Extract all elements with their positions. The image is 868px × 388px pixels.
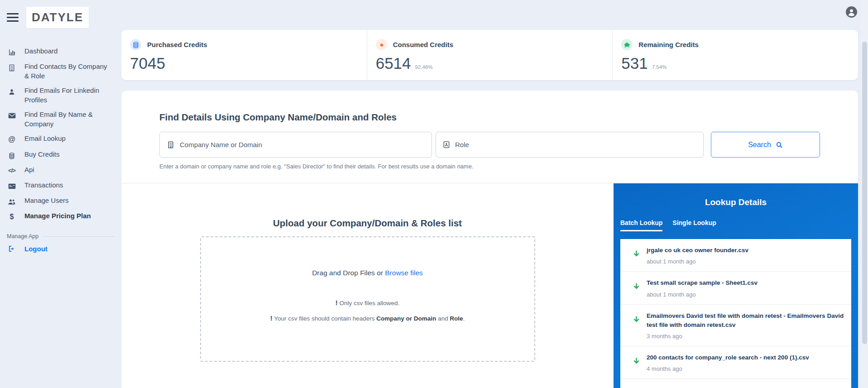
stat-label: Purchased Credits: [147, 41, 207, 48]
sidebar-item-label: Find Email By Name & Company: [24, 110, 108, 129]
stat-percent: 7.54%: [652, 64, 667, 71]
search-icon: [776, 141, 783, 148]
sidebar-nav-item[interactable]: Find Contacts By Company & Role: [7, 59, 121, 83]
file-name: Test small scrape sample - Sheet1.csv: [647, 278, 845, 287]
building-icon: [167, 141, 174, 148]
sidebar-item-label: Buy Credits: [24, 149, 108, 159]
search-helper-text: Enter a domain or company name and role …: [159, 163, 820, 170]
coins-icon: [7, 149, 17, 160]
upload-title: Upload your Company/Domain & Roles list: [121, 217, 614, 230]
tab-single-lookup[interactable]: Single Lookup: [672, 219, 716, 231]
flame-icon: [376, 39, 387, 50]
at-sign-icon: @: [7, 134, 17, 144]
browse-files-link[interactable]: Browse files: [385, 269, 423, 277]
credits-summary-card: Purchased Credits 7045 Consumed Credits …: [121, 30, 858, 80]
dollar-icon: $: [7, 211, 17, 222]
download-icon[interactable]: [626, 278, 647, 297]
stat-value: 7045: [130, 55, 165, 71]
receipt-icon: [7, 180, 17, 191]
section-divider-line: [43, 236, 115, 237]
sidebar-item-label: Email Lookup: [24, 134, 108, 143]
envelope-icon: [7, 110, 17, 120]
stat-label: Consumed Credits: [393, 41, 453, 48]
sidebar-nav-item[interactable]: </> Api: [7, 163, 121, 178]
sidebar: DATYLE Dashboard Find Contacts By Compan…: [0, 0, 121, 388]
sidebar-item-label: Manage Users: [24, 196, 108, 205]
sidebar-item-label: Api: [24, 165, 108, 174]
company-domain-input[interactable]: [180, 141, 424, 148]
user-avatar-icon[interactable]: [846, 6, 857, 18]
page-scrollbar-thumb[interactable]: [862, 42, 867, 344]
sidebar-nav-item[interactable]: $ Manage Pricing Plan: [7, 209, 121, 225]
role-badge-icon: [443, 141, 450, 148]
file-timestamp: 3 months ago: [647, 333, 845, 340]
lookup-file-list: jrgale co uk ceo owner founder.csv about…: [620, 239, 851, 388]
file-name: Emailmovers David test file with domain …: [647, 311, 845, 330]
sidebar-nav-item[interactable]: Transactions: [7, 178, 121, 193]
sidebar-nav-item[interactable]: @ Email Lookup: [7, 131, 121, 147]
download-icon[interactable]: [626, 311, 647, 340]
coins-icon: [130, 39, 141, 50]
lookup-file-row[interactable]: Test small scrape sample - Sheet1.csv ab…: [620, 272, 851, 304]
role-input[interactable]: [455, 141, 696, 148]
download-icon[interactable]: [626, 246, 647, 265]
sidebar-item-label: Dashboard: [24, 46, 108, 56]
file-name: jrgale co uk ceo owner founder.csv: [647, 246, 845, 255]
search-section-title: Find Details Using Company Name/Domain a…: [159, 111, 820, 124]
stat-percent: 92.46%: [415, 64, 433, 71]
sidebar-item-label: Transactions: [24, 180, 108, 190]
dropzone-note-2: ! Your csv files should contain headers …: [201, 314, 534, 322]
stat-consumed-credits: Consumed Credits 6514 92.46%: [367, 30, 613, 80]
bar-chart-icon: [7, 46, 17, 57]
hamburger-menu-icon[interactable]: [7, 11, 20, 24]
company-role-search-section: Find Details Using Company Name/Domain a…: [121, 91, 858, 170]
lookup-file-row[interactable]: 200 contacts for company_role search - n…: [620, 346, 851, 379]
company-domain-field[interactable]: [159, 132, 432, 158]
sidebar-item-label: Manage Pricing Plan: [24, 211, 108, 220]
stat-label: Remaining Credits: [638, 41, 699, 48]
sidebar-nav-item[interactable]: Dashboard: [7, 44, 121, 59]
main-content-card: Find Details Using Company Name/Domain a…: [121, 91, 858, 388]
sidebar-nav-item[interactable]: Manage Users: [7, 193, 121, 209]
app-logo[interactable]: DATYLE: [26, 7, 89, 28]
sidebar-nav-item[interactable]: Find Email By Name & Company: [7, 107, 121, 131]
sidebar-section-label: Manage App: [7, 233, 115, 240]
person-icon: [7, 86, 17, 96]
sidebar-item-label: Find Emails For Linkedin Profiles: [24, 86, 108, 105]
building-icon: [7, 62, 17, 72]
code-icon: </>: [7, 165, 17, 175]
role-field[interactable]: [436, 132, 704, 158]
file-timestamp: about 1 month ago: [647, 258, 845, 265]
stat-purchased-credits: Purchased Credits 7045: [121, 30, 367, 80]
file-name: 200 contacts for company_role search - n…: [647, 353, 845, 362]
stat-remaining-credits: Remaining Credits 531 7.54%: [612, 30, 858, 80]
upload-section: Upload your Company/Domain & Roles list …: [121, 183, 614, 388]
lookup-file-row[interactable]: Emailmovers David test file with domain …: [620, 305, 851, 347]
lookup-panel-title: Lookup Details: [614, 197, 858, 207]
logout-icon: [7, 245, 17, 253]
lookup-file-row[interactable]: jrgale co uk ceo owner founder.csv about…: [620, 239, 851, 272]
sidebar-nav-item[interactable]: Buy Credits: [7, 147, 121, 163]
lookup-tabs: Batch Lookup Single Lookup: [620, 219, 858, 231]
tab-batch-lookup[interactable]: Batch Lookup: [620, 219, 662, 231]
dropzone-note-1: ! Only csv files allowed.: [201, 299, 534, 307]
file-dropzone[interactable]: Drag and Drop Files or Browse files ! On…: [200, 236, 535, 362]
users-icon: [7, 196, 17, 206]
sidebar-header: DATYLE: [0, 0, 121, 28]
sidebar-nav-item[interactable]: Find Emails For Linkedin Profiles: [7, 83, 121, 107]
search-button[interactable]: Search: [711, 132, 820, 158]
file-timestamp: 4 months ago: [647, 365, 845, 372]
stat-value: 6514: [376, 55, 411, 71]
dropzone-instruction: Drag and Drop Files or Browse files: [201, 269, 534, 277]
piggy-bank-icon: [621, 39, 633, 50]
file-timestamp: about 1 month ago: [647, 291, 845, 298]
stat-value: 531: [621, 55, 647, 71]
logout-button[interactable]: Logout: [0, 240, 121, 253]
lookup-details-panel: Lookup Details Batch Lookup Single Looku…: [614, 183, 858, 388]
download-icon[interactable]: [626, 353, 647, 372]
sidebar-item-label: Find Contacts By Company & Role: [24, 62, 108, 81]
sidebar-nav: Dashboard Find Contacts By Company & Rol…: [0, 44, 121, 225]
page-scrollbar-track: [861, 0, 868, 388]
